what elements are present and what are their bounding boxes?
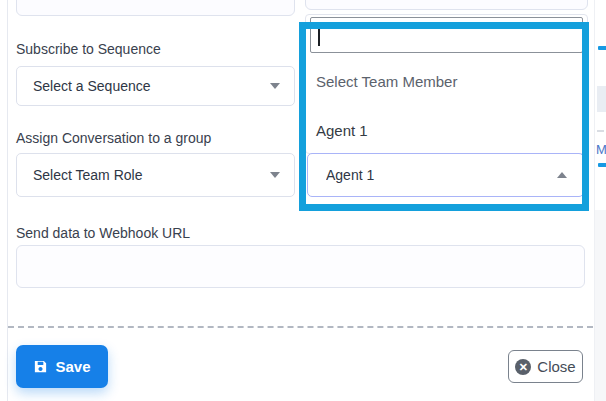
caret-down-icon <box>270 83 280 89</box>
modal-left-border <box>7 0 8 401</box>
circle-x-icon: ✕ <box>515 359 531 375</box>
assign-group-label: Assign Conversation to a group <box>16 130 211 146</box>
team-member-search-input[interactable] <box>310 17 583 53</box>
caret-up-icon <box>557 172 567 178</box>
background-blue-dash <box>598 163 606 167</box>
webhook-url-input[interactable] <box>16 245 585 288</box>
floppy-disk-icon <box>33 359 48 374</box>
dropdown-option-agent-1[interactable]: Agent 1 <box>316 122 368 140</box>
team-member-select[interactable]: Agent 1 <box>307 153 584 197</box>
background-page-sliver: M <box>594 0 606 401</box>
team-member-select-value: Agent 1 <box>326 167 557 183</box>
partial-input-right[interactable] <box>305 0 588 10</box>
dropdown-option-select-team-member[interactable]: Select Team Member <box>316 73 457 91</box>
sequence-select-value: Select a Sequence <box>33 78 270 94</box>
sequence-select[interactable]: Select a Sequence <box>16 66 295 106</box>
partial-input-left[interactable] <box>16 0 295 16</box>
background-partial-text: M <box>596 143 606 157</box>
footer-divider <box>8 326 593 328</box>
automation-settings-modal: M Subscribe to Sequence Select a Sequenc… <box>0 0 606 401</box>
save-button[interactable]: Save <box>16 345 108 388</box>
text-cursor <box>318 26 320 46</box>
team-role-select-value: Select Team Role <box>33 167 270 183</box>
webhook-url-label: Send data to Webhook URL <box>16 225 190 241</box>
caret-down-icon <box>270 172 280 178</box>
background-panel <box>595 210 606 401</box>
team-role-select[interactable]: Select Team Role <box>16 153 295 197</box>
close-button-label: Close <box>537 358 575 375</box>
subscribe-to-sequence-label: Subscribe to Sequence <box>16 41 161 57</box>
background-gray-box <box>597 86 606 112</box>
close-button[interactable]: ✕ Close <box>508 350 583 383</box>
background-blue-dash <box>598 46 606 50</box>
save-button-label: Save <box>55 358 90 375</box>
background-gray-line <box>597 130 604 132</box>
